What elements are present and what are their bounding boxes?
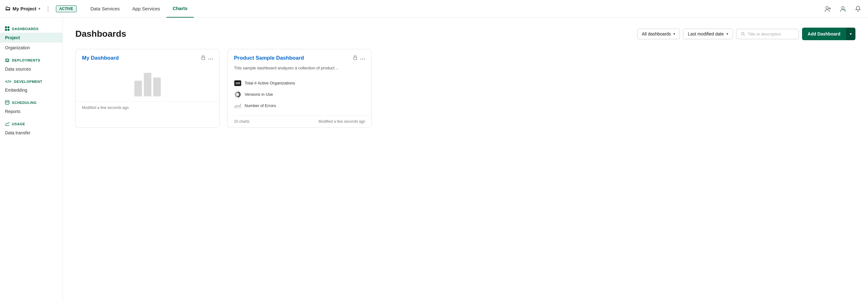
svg-rect-5	[7, 29, 9, 31]
svg-point-11	[210, 59, 211, 60]
sidebar-section-title-usage: USAGE	[0, 119, 62, 128]
all-dashboards-filter[interactable]: All dashboards ▾	[637, 29, 680, 39]
all-dashboards-chevron: ▾	[673, 32, 675, 36]
dashboards-section-icon	[5, 26, 9, 31]
lock-icon-product	[353, 55, 358, 61]
development-section-icon: </>	[5, 79, 11, 84]
svg-point-1	[842, 7, 844, 9]
svg-rect-7	[5, 101, 9, 104]
card-description-product: This sample dashboard analyzes a collect…	[228, 64, 372, 75]
metric-item-versions: Versions in Use	[234, 89, 365, 100]
more-options-button[interactable]: ⋮	[43, 4, 53, 13]
svg-point-10	[209, 59, 210, 60]
sidebar-item-project[interactable]: Project	[0, 33, 62, 43]
metric-item-active-orgs: 100 Total # Active Organizations	[234, 77, 365, 89]
search-box[interactable]: Title or description	[736, 29, 799, 39]
svg-point-16	[364, 59, 365, 60]
card-menu-my[interactable]	[208, 55, 213, 61]
main-content: Dashboards All dashboards ▾ Last modifie…	[63, 18, 868, 302]
sidebar-item-embedding[interactable]: Embedding	[0, 85, 62, 95]
svg-rect-13	[353, 57, 357, 60]
svg-point-14	[361, 59, 362, 60]
chart-bar	[144, 73, 151, 96]
add-dashboard-caret-button[interactable]: ▾	[846, 28, 856, 40]
add-dashboard-wrapper: Add Dashboard ▾	[802, 28, 856, 40]
svg-rect-3	[7, 26, 9, 28]
card-modified-my: Modified a few seconds ago	[82, 105, 129, 110]
metric-icon-100: 100	[234, 79, 242, 87]
project-selector[interactable]: 🗂 My Project ▾	[5, 5, 40, 12]
sort-filter[interactable]: Last modified date ▾	[683, 29, 733, 39]
svg-rect-2	[5, 26, 7, 28]
nav-links: Data Services App Services Charts	[84, 0, 194, 18]
metric-label-versions: Versions in Use	[245, 92, 273, 97]
chart-placeholder	[76, 64, 219, 101]
sidebar-section-title-dashboards: DASHBOARDS	[0, 24, 62, 33]
chart-bar	[153, 77, 161, 96]
sidebar: DASHBOARDS Project Organization DEPLOYME…	[0, 18, 63, 302]
metric-label-errors: Number of Errors	[245, 103, 276, 108]
sidebar-section-deployments: DEPLOYMENTS Data sources	[0, 55, 62, 74]
card-title-my[interactable]: My Dashboard	[82, 55, 201, 61]
svg-point-0	[826, 7, 829, 9]
svg-point-12	[212, 59, 213, 60]
user-icon[interactable]	[838, 4, 848, 14]
scheduling-section-icon	[5, 100, 9, 105]
folder-icon: 🗂	[5, 5, 11, 12]
sort-label: Last modified date	[688, 31, 723, 36]
sidebar-section-usage: USAGE Data transfer	[0, 119, 62, 138]
dashboard-card-product[interactable]: Product Sample Dashboard	[227, 49, 372, 128]
sidebar-item-organization[interactable]: Organization	[0, 43, 62, 53]
nav-icons	[823, 4, 863, 14]
sidebar-section-title-deployments: DEPLOYMENTS	[0, 55, 62, 64]
card-footer-product: 15 charts Modified a few seconds ago	[228, 115, 372, 128]
card-header-my: My Dashboard	[76, 49, 219, 64]
chart-bar	[134, 81, 142, 96]
add-dashboard-button[interactable]: Add Dashboard	[802, 28, 846, 40]
page-header: Dashboards All dashboards ▾ Last modifie…	[75, 28, 856, 40]
page-title: Dashboards	[75, 29, 632, 39]
sidebar-item-data-transfer[interactable]: Data transfer	[0, 128, 62, 138]
card-modified-product: Modified a few seconds ago	[318, 119, 365, 124]
sidebar-section-title-development: </> DEVELOPMENT	[0, 77, 62, 85]
filter-bar: All dashboards ▾ Last modified date ▾ Ti…	[637, 28, 856, 40]
sidebar-section-scheduling: SCHEDULING Reports	[0, 98, 62, 116]
nav-data-services[interactable]: Data Services	[84, 0, 126, 18]
active-badge: ACTIVE	[56, 5, 76, 12]
svg-point-6	[6, 59, 9, 60]
top-nav: 🗂 My Project ▾ ⋮ ACTIVE Data Services Ap…	[0, 0, 868, 18]
nav-charts[interactable]: Charts	[166, 0, 194, 18]
bell-icon[interactable]	[853, 4, 863, 14]
card-charts-count-product: 15 charts	[234, 119, 249, 124]
svg-rect-9	[202, 57, 205, 60]
card-header-product: Product Sample Dashboard	[228, 49, 372, 64]
nav-app-services[interactable]: App Services	[126, 0, 166, 18]
all-dashboards-label: All dashboards	[642, 31, 671, 36]
metric-icon-area	[234, 102, 242, 109]
lock-icon-my	[201, 55, 206, 61]
svg-rect-4	[5, 29, 7, 31]
sidebar-item-data-sources[interactable]: Data sources	[0, 64, 62, 74]
metric-icon-donut	[234, 91, 242, 98]
svg-point-15	[363, 59, 363, 60]
sidebar-section-development: </> DEVELOPMENT Embedding	[0, 77, 62, 95]
sort-chevron: ▾	[726, 32, 728, 36]
card-menu-product[interactable]	[360, 55, 365, 61]
card-metrics-product: 100 Total # Active Organizations Version	[228, 75, 372, 115]
user-invite-icon[interactable]	[823, 4, 833, 14]
search-placeholder: Title or description	[748, 32, 781, 36]
metric-label-active-orgs: Total # Active Organizations	[245, 81, 295, 86]
deployments-section-icon	[5, 58, 9, 63]
card-footer-my: Modified a few seconds ago	[76, 101, 219, 114]
sidebar-section-title-scheduling: SCHEDULING	[0, 98, 62, 106]
dashboards-grid: My Dashboard	[75, 49, 856, 128]
chevron-down-icon: ▾	[38, 7, 40, 11]
metric-item-errors: Number of Errors	[234, 100, 365, 111]
sidebar-section-dashboards: DASHBOARDS Project Organization	[0, 24, 62, 53]
project-name: My Project	[12, 6, 36, 11]
dashboard-card-my[interactable]: My Dashboard	[75, 49, 220, 128]
usage-section-icon	[5, 122, 9, 127]
sidebar-item-reports[interactable]: Reports	[0, 106, 62, 116]
app-body: DASHBOARDS Project Organization DEPLOYME…	[0, 18, 868, 302]
card-title-product[interactable]: Product Sample Dashboard	[234, 55, 353, 61]
